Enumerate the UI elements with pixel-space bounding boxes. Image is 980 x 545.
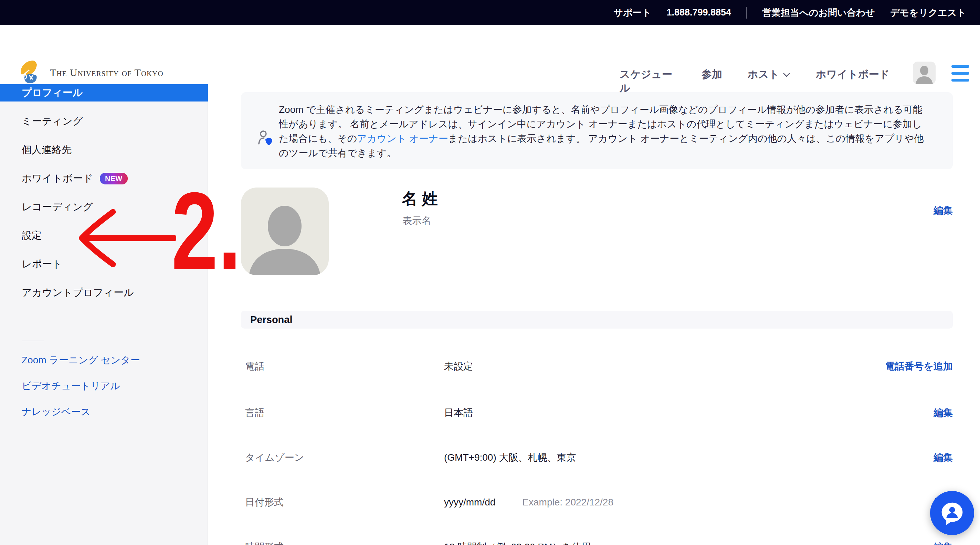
main-content: Zoom で主催されるミーティングまたはウェビナーに参加すると、名前やプロフィー…	[208, 84, 980, 545]
support-link[interactable]: サポート	[614, 6, 652, 19]
row-label: 時間形式	[245, 540, 444, 545]
person-silhouette-icon	[241, 187, 329, 275]
nav-schedule[interactable]: スケジュール	[620, 67, 676, 95]
sidebar-item-profile[interactable]: プロフィール	[0, 84, 208, 102]
profile-name: 名 姓	[402, 188, 438, 210]
sidebar-item-whiteboard[interactable]: ホワイトボード NEW	[0, 170, 208, 187]
university-of-tokyo-logo[interactable]: The University of Tokyo	[19, 60, 164, 86]
ginkgo-leaf-icon	[19, 60, 44, 86]
sidebar-link-learning-center[interactable]: Zoom ラーニング センター	[0, 353, 208, 367]
nav-host-menu[interactable]: ホスト	[748, 67, 790, 81]
row-value: 日本語	[444, 406, 473, 419]
row-label: 電話	[245, 360, 444, 373]
request-demo-link[interactable]: デモをリクエスト	[890, 6, 966, 19]
top-utility-bar: サポート 1.888.799.8854 営業担当へのお問い合わせ デモをリクエス…	[0, 0, 980, 25]
edit-timezone-link[interactable]: 編集	[934, 451, 953, 464]
sidebar-item-account-profile[interactable]: アカウントプロフィール	[0, 284, 208, 301]
sidebar-item-contacts[interactable]: 個人連絡先	[0, 141, 208, 159]
site-header: The University of Tokyo スケジュール 参加 ホスト ホワ…	[0, 25, 980, 84]
row-value: yyyy/mm/dd	[444, 497, 495, 508]
row-label: 日付形式	[245, 496, 444, 509]
privacy-info-banner: Zoom で主催されるミーティングまたはウェビナーに参加すると、名前やプロフィー…	[241, 92, 953, 169]
profile-edit-link[interactable]: 編集	[884, 204, 953, 217]
edit-time-format-link[interactable]: 編集	[934, 540, 953, 545]
row-value: 未設定	[444, 360, 473, 373]
zoom-profile-page: サポート 1.888.799.8854 営業担当へのお問い合わせ デモをリクエス…	[0, 0, 980, 545]
sidebar-divider	[22, 341, 44, 341]
row-label: タイムゾーン	[245, 451, 444, 464]
hamburger-menu-icon[interactable]	[951, 65, 969, 81]
chevron-down-icon	[783, 67, 790, 81]
nav-host-label: ホスト	[748, 67, 779, 81]
chat-person-icon	[940, 501, 964, 525]
profile-avatar[interactable]	[241, 187, 329, 275]
phone-row: 電話 未設定 電話番号を追加	[241, 359, 953, 374]
person-icon	[913, 62, 935, 84]
time-format-row: 時間形式 12 時間制（例: 02:00 PM）を使用 編集	[241, 540, 953, 545]
timezone-row: タイムゾーン (GMT+9:00) 大阪、札幌、東京 編集	[241, 450, 953, 465]
person-shield-icon	[258, 130, 274, 148]
sidebar-item-reports[interactable]: レポート	[0, 256, 208, 273]
add-phone-link[interactable]: 電話番号を追加	[885, 360, 953, 373]
phone-number[interactable]: 1.888.799.8854	[667, 7, 731, 18]
account-avatar-button[interactable]	[913, 62, 935, 84]
contact-sales-link[interactable]: 営業担当へのお問い合わせ	[762, 6, 875, 19]
account-owner-link[interactable]: アカウント オーナー	[357, 133, 448, 144]
header-nav: スケジュール 参加 ホスト ホワイトボード	[620, 67, 889, 95]
row-value: (GMT+9:00) 大阪、札幌、東京	[444, 451, 576, 464]
date-format-row: 日付形式 yyyy/mm/dd Example: 2022/12/28 編集	[241, 495, 953, 510]
language-row: 言語 日本語 編集	[241, 405, 953, 421]
sidebar-link-video-tutorials[interactable]: ビデオチュートリアル	[0, 379, 208, 393]
personal-section-header: Personal	[241, 311, 953, 329]
privacy-info-text: Zoom で主催されるミーティングまたはウェビナーに参加すると、名前やプロフィー…	[279, 103, 929, 160]
row-label: 言語	[245, 406, 444, 419]
logo-text: The University of Tokyo	[50, 67, 164, 78]
topbar-divider	[746, 7, 747, 19]
row-value: 12 時間制（例: 02:00 PM）を使用	[444, 540, 591, 545]
nav-join[interactable]: 参加	[702, 67, 722, 81]
nav-whiteboard[interactable]: ホワイトボード	[816, 67, 889, 81]
sidebar-item-recordings[interactable]: レコーディング	[0, 199, 208, 216]
date-format-example: Example: 2022/12/28	[522, 497, 613, 508]
profile-display-name: 表示名	[402, 215, 431, 227]
chat-support-button[interactable]	[930, 491, 974, 535]
sidebar-item-meetings[interactable]: ミーティング	[0, 113, 208, 130]
sidebar-link-knowledge-base[interactable]: ナレッジベース	[0, 405, 208, 419]
new-badge: NEW	[100, 173, 128, 184]
edit-language-link[interactable]: 編集	[934, 406, 953, 419]
sidebar: プロフィール ミーティング 個人連絡先 ホワイトボード NEW レコーディング …	[0, 84, 208, 545]
sidebar-item-settings[interactable]: 設定	[0, 227, 208, 244]
